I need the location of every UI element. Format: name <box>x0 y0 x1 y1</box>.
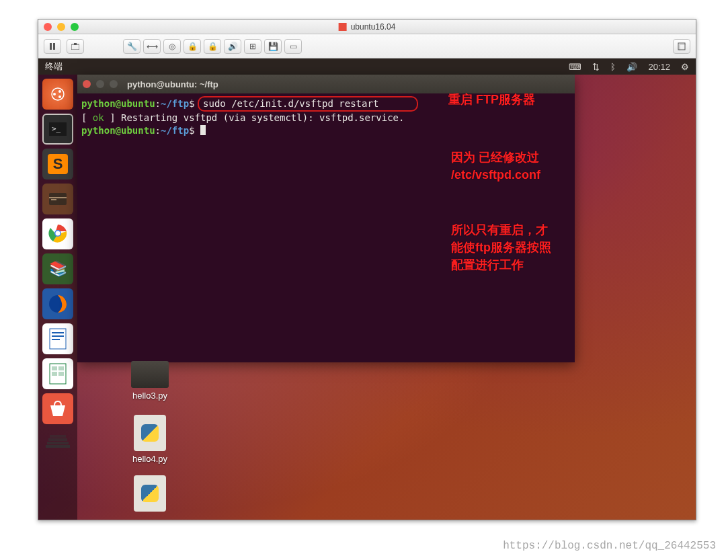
desktop-icon[interactable]: hello4.py <box>123 415 177 464</box>
window-title-text: ubuntu16.04 <box>351 22 396 32</box>
window-title: ubuntu16.04 <box>339 22 396 32</box>
command-text: sudo /etc/init.d/vsftpd restart <box>203 98 378 109</box>
calc-launcher-icon[interactable] <box>42 358 73 389</box>
prompt-sep: : <box>155 98 161 109</box>
clock[interactable]: 20:12 <box>648 62 670 72</box>
term-maximize-icon[interactable] <box>110 80 118 88</box>
firefox-launcher-icon[interactable] <box>42 288 73 319</box>
stacked-windows-icon[interactable] <box>42 428 73 459</box>
svg-text:>_: >_ <box>52 124 61 133</box>
minimize-icon[interactable] <box>57 23 65 31</box>
mac-toolbar: 🔧 ⟷ ◎ 🔒 🔒 🔊 ⊞ 💾 ▭ <box>38 34 696 58</box>
prompt-path: ~/ftp <box>161 125 189 136</box>
prompt-sigil: $ <box>189 125 194 136</box>
svg-point-9 <box>58 95 61 98</box>
save-button[interactable]: 💾 <box>264 39 282 54</box>
svg-rect-22 <box>52 339 60 340</box>
svg-point-8 <box>58 90 61 93</box>
software-launcher-icon[interactable] <box>42 393 73 424</box>
terminal-window[interactable]: python@ubuntu: ~/ftp python@ubuntu:~/ftp… <box>77 75 575 362</box>
window-controls <box>44 23 79 31</box>
system-indicators: ⌨ ⇅ ᛒ 🔊 20:12 ⚙ <box>569 62 689 72</box>
svg-rect-3 <box>74 43 77 45</box>
svg-rect-0 <box>50 43 52 50</box>
prompt-sep: : <box>155 125 161 136</box>
lock1-button[interactable]: 🔒 <box>184 39 201 54</box>
term-close-icon[interactable] <box>83 80 91 88</box>
gear-icon[interactable]: ⚙ <box>681 62 689 72</box>
cursor <box>200 125 206 135</box>
lock2-button[interactable]: 🔒 <box>204 39 221 54</box>
annotation-1: 重启 FTP服务器 <box>448 91 542 108</box>
writer-launcher-icon[interactable] <box>42 323 73 354</box>
svg-point-7 <box>53 93 56 95</box>
desktop-icon[interactable]: hello3.py <box>123 361 177 401</box>
svg-rect-20 <box>52 332 64 333</box>
unity-launcher: >_ S 📚 <box>38 75 77 520</box>
svg-rect-26 <box>52 372 57 376</box>
desktop-icon-label: hello3.py <box>123 391 177 401</box>
bluetooth-icon[interactable]: ᛒ <box>610 62 616 72</box>
prompt-user: python@ubuntu <box>81 125 155 136</box>
status-ok: ok <box>93 112 104 123</box>
books-launcher-icon[interactable]: 📚 <box>42 253 73 284</box>
desktop-icon[interactable] <box>123 475 177 514</box>
svg-rect-14 <box>51 199 56 200</box>
terminal-title: python@ubuntu: ~/ftp <box>127 79 218 89</box>
ubuntu-desktop: 终端 ⌨ ⇅ ᛒ 🔊 20:12 ⚙ >_ S <box>38 58 696 520</box>
svg-point-17 <box>56 231 60 236</box>
volume-icon[interactable]: 🔊 <box>626 62 637 72</box>
network-icon[interactable]: ⇅ <box>592 62 600 72</box>
annotation-3: 所以只有重启，才能使ftp服务器按照配置进行工作 <box>451 221 559 274</box>
svg-rect-1 <box>53 43 55 50</box>
snapshot-button[interactable] <box>67 39 84 54</box>
python-file-icon <box>134 415 166 451</box>
python-file-icon <box>134 475 166 512</box>
prompt-sigil: $ <box>189 98 194 109</box>
fullscreen-icon[interactable] <box>71 23 79 31</box>
captured-window: ubuntu16.04 🔧 ⟷ ◎ 🔒 🔒 🔊 ⊞ 💾 ▭ 终端 <box>38 19 696 520</box>
folder-icon <box>131 361 169 388</box>
svg-rect-29 <box>47 442 69 444</box>
usb-button[interactable]: ⊞ <box>244 39 261 54</box>
chrome-launcher-icon[interactable] <box>42 218 73 249</box>
svg-rect-31 <box>50 435 66 438</box>
sublime-launcher-icon[interactable]: S <box>42 149 73 179</box>
dash-icon[interactable] <box>42 79 73 110</box>
close-icon[interactable] <box>44 23 52 31</box>
svg-rect-13 <box>49 197 67 198</box>
svg-rect-21 <box>52 335 64 337</box>
svg-rect-25 <box>58 366 64 370</box>
svg-rect-27 <box>58 372 64 376</box>
vm-icon <box>339 23 347 31</box>
display-button[interactable]: ▭ <box>284 39 302 54</box>
sound-button[interactable]: 🔊 <box>224 39 241 54</box>
svg-rect-30 <box>48 438 67 441</box>
desktop-icon-label: hello4.py <box>123 454 177 464</box>
keyboard-icon[interactable]: ⌨ <box>569 62 581 72</box>
prompt-path: ~/ftp <box>161 98 189 109</box>
active-app-label: 终端 <box>45 61 63 73</box>
term-minimize-icon[interactable] <box>96 80 104 88</box>
svg-rect-28 <box>46 445 70 448</box>
mac-titlebar: ubuntu16.04 <box>38 19 696 34</box>
highlighted-command: sudo /etc/init.d/vsftpd restart <box>198 96 418 112</box>
files-launcher-icon[interactable] <box>42 184 73 214</box>
ubuntu-top-panel: 终端 ⌨ ⇅ ᛒ 🔊 20:12 ⚙ <box>38 58 696 75</box>
network-button[interactable]: ⟷ <box>143 39 161 54</box>
terminal-launcher-icon[interactable]: >_ <box>42 114 73 145</box>
annotation-2: 因为 已经修改过 /etc/vsftpd.conf <box>451 149 552 184</box>
settings-button[interactable]: 🔧 <box>123 39 140 54</box>
disk-button[interactable]: ◎ <box>163 39 181 54</box>
svg-rect-2 <box>71 44 79 50</box>
fullscreen-button[interactable] <box>673 39 690 54</box>
watermark: https://blog.csdn.net/qq_26442553 <box>503 540 716 552</box>
pause-button[interactable] <box>44 39 61 54</box>
svg-rect-24 <box>52 366 57 370</box>
prompt-user: python@ubuntu <box>81 98 155 109</box>
